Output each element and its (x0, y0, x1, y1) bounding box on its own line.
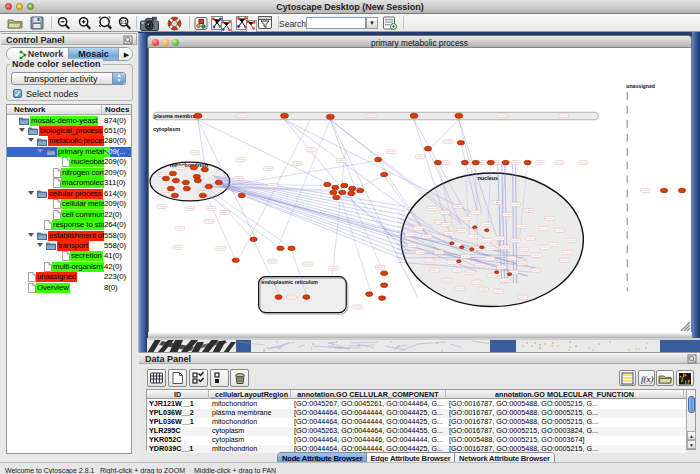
svg-text:mitochondrion: mitochondrion (170, 161, 208, 167)
svg-text:unassigned: unassigned (626, 82, 655, 88)
svg-text:endoplasmic reticulum: endoplasmic reticulum (262, 278, 319, 284)
svg-text:1:1: 1:1 (120, 19, 127, 24)
svg-text:f(x): f(x) (641, 374, 654, 384)
svg-text:cytoplasm: cytoplasm (153, 126, 180, 132)
svg-text:nucleus: nucleus (477, 174, 498, 180)
